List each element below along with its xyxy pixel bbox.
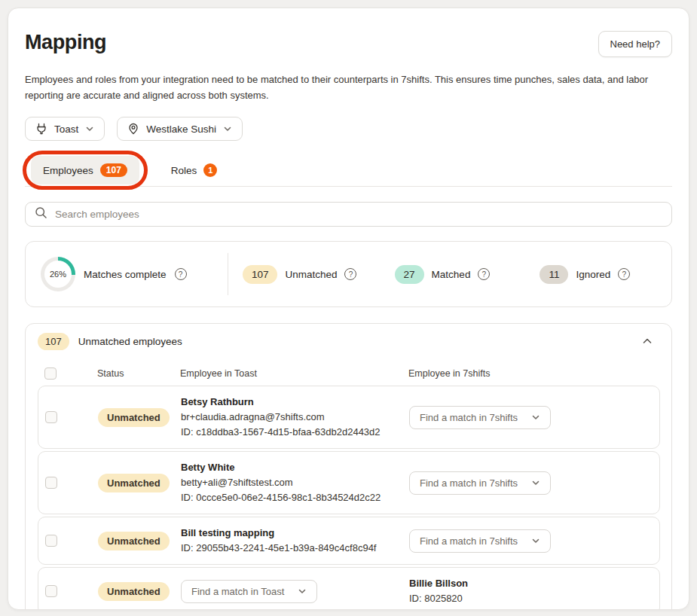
unmatched-stat: 107 Unmatched ? xyxy=(228,265,371,284)
section-header: 107 Unmatched employees xyxy=(26,324,671,358)
unmatched-employees-section: 107 Unmatched employees Status Employee … xyxy=(25,323,672,610)
ignored-count: 11 xyxy=(540,265,568,284)
page-title: Mapping xyxy=(25,31,106,54)
help-circle-icon[interactable]: ? xyxy=(478,268,490,280)
employee-id: ID: 8025820 xyxy=(409,591,650,606)
chevron-down-icon xyxy=(531,413,540,422)
need-help-button[interactable]: Need help? xyxy=(598,31,673,57)
tab-employees[interactable]: Employees 107 xyxy=(31,156,139,184)
tab-bar: Employees 107 Roles 1 xyxy=(25,156,672,187)
row-checkbox[interactable] xyxy=(45,477,57,489)
ignored-label: Ignored xyxy=(576,269,610,280)
location-select[interactable]: Westlake Sushi xyxy=(117,117,243,141)
employee-id: ID: 0ccce5e0-06e2-4156-98c1-8b34524d2c22 xyxy=(181,490,409,505)
chevron-up-icon[interactable] xyxy=(635,332,659,350)
page-description: Employees and roles from your integratio… xyxy=(25,72,672,103)
column-header-status: Status xyxy=(97,368,180,379)
employee-name: Bill testing mapping xyxy=(181,526,409,541)
employee-id: ID: 29055b43-2241-45e1-b39a-849c4cf8c94f xyxy=(181,541,409,556)
plug-icon xyxy=(35,123,47,135)
unmatched-count: 107 xyxy=(243,265,278,284)
unmatched-count-badge: 107 xyxy=(38,333,69,350)
status-badge: Unmatched xyxy=(98,474,170,492)
integration-select-value: Toast xyxy=(54,124,78,135)
column-header-7shifts: Employee in 7shifts xyxy=(408,368,650,379)
row-checkbox[interactable] xyxy=(45,585,57,597)
table-header-row: Status Employee in Toast Employee in 7sh… xyxy=(38,367,659,380)
matched-stat: 27 Matched ? xyxy=(371,265,513,284)
tab-employees-label: Employees xyxy=(43,165,93,176)
employee-row: Unmatched Betty White betty+ali@7shiftst… xyxy=(38,451,660,514)
employee-name: Betsy Rathburn xyxy=(181,395,409,410)
roles-count-badge: 1 xyxy=(203,163,217,177)
employee-email: br+claudia.adragna@7shifts.com xyxy=(181,410,409,425)
chevron-down-icon xyxy=(298,587,307,596)
tab-roles[interactable]: Roles 1 xyxy=(159,156,230,184)
employee-name: Betty White xyxy=(181,460,409,475)
match-stats-bar: 26% Matches complete ? 107 Unmatched ? 2… xyxy=(25,241,672,307)
help-circle-icon[interactable]: ? xyxy=(344,268,356,280)
status-badge: Unmatched xyxy=(98,582,170,601)
integration-select[interactable]: Toast xyxy=(25,117,105,141)
tab-roles-label: Roles xyxy=(171,165,197,176)
dropdown-label: Find a match in 7shifts xyxy=(420,535,518,547)
completion-percent: 26% xyxy=(41,257,75,291)
completion-donut-chart: 26% xyxy=(41,257,75,291)
chevron-down-icon xyxy=(531,478,540,487)
filter-row: Toast Westlake Sushi xyxy=(25,117,672,141)
matches-complete-stat: 26% Matches complete ? xyxy=(41,257,228,291)
location-select-value: Westlake Sushi xyxy=(146,124,216,135)
select-all-checkbox[interactable] xyxy=(44,367,57,380)
matched-count: 27 xyxy=(395,265,424,284)
search-icon xyxy=(35,206,47,222)
search-input[interactable] xyxy=(55,209,662,220)
chevron-down-icon xyxy=(223,124,232,133)
row-checkbox[interactable] xyxy=(45,411,57,423)
employee-row: Unmatched Betsy Rathburn br+claudia.adra… xyxy=(38,386,660,449)
help-circle-icon[interactable]: ? xyxy=(175,268,187,280)
chevron-down-icon xyxy=(531,536,540,545)
dropdown-label: Find a match in Toast xyxy=(191,586,284,597)
mapping-panel: Mapping Need help? Employees and roles f… xyxy=(8,8,689,610)
employee-name: Billie Billson xyxy=(409,576,650,591)
employee-row: Unmatched Bill testing mapping ID: 29055… xyxy=(38,517,660,565)
find-match-7shifts-dropdown[interactable]: Find a match in 7shifts xyxy=(409,406,551,429)
section-title: Unmatched employees xyxy=(78,336,182,347)
dropdown-label: Find a match in 7shifts xyxy=(420,477,518,489)
column-header-toast: Employee in Toast xyxy=(180,368,408,379)
find-match-7shifts-dropdown[interactable]: Find a match in 7shifts xyxy=(409,529,551,553)
search-bar xyxy=(25,202,672,227)
location-pin-icon xyxy=(127,123,139,135)
unmatched-label: Unmatched xyxy=(285,269,337,280)
employee-id: ID: c18ddba3-1567-4d15-bfaa-63db2d2443d2 xyxy=(181,425,409,440)
ignored-stat: 11 Ignored ? xyxy=(514,265,656,284)
chevron-down-icon xyxy=(85,124,94,133)
row-checkbox[interactable] xyxy=(45,535,57,547)
matches-complete-label: Matches complete xyxy=(84,269,167,280)
matched-label: Matched xyxy=(432,269,471,280)
page-header: Mapping Need help? xyxy=(25,31,672,57)
status-badge: Unmatched xyxy=(98,532,170,550)
find-match-7shifts-dropdown[interactable]: Find a match in 7shifts xyxy=(409,471,551,495)
find-match-toast-dropdown[interactable]: Find a match in Toast xyxy=(181,580,317,603)
employees-count-badge: 107 xyxy=(100,163,127,177)
employee-row: Unmatched Find a match in Toast Billie B… xyxy=(38,567,660,610)
status-badge: Unmatched xyxy=(98,408,170,427)
help-circle-icon[interactable]: ? xyxy=(618,268,630,280)
employee-email: betty+ali@7shiftstest.com xyxy=(181,475,409,490)
dropdown-label: Find a match in 7shifts xyxy=(420,412,518,423)
